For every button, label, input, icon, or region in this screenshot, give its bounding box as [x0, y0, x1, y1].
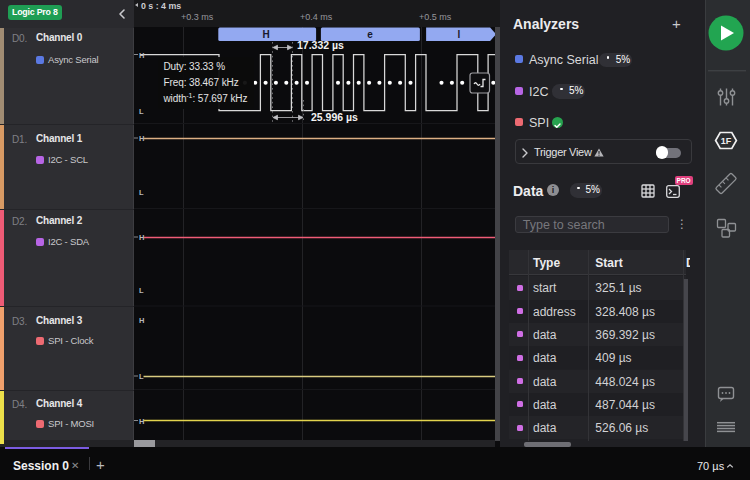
svg-text:L: L	[139, 372, 144, 381]
svg-text:H: H	[262, 29, 269, 40]
svg-text:L: L	[139, 286, 144, 295]
svg-text:25.996 µs: 25.996 µs	[311, 111, 358, 123]
svg-text:L: L	[139, 188, 144, 197]
svg-text:1F: 1F	[721, 136, 732, 146]
svg-text:l: l	[458, 29, 461, 40]
svg-text:H: H	[139, 316, 144, 325]
svg-text:L: L	[139, 107, 144, 116]
svg-text:e: e	[367, 29, 373, 40]
svg-text:H: H	[139, 134, 144, 143]
svg-text:H: H	[139, 417, 144, 426]
svg-text:H: H	[139, 51, 144, 60]
svg-text:H: H	[139, 233, 144, 242]
